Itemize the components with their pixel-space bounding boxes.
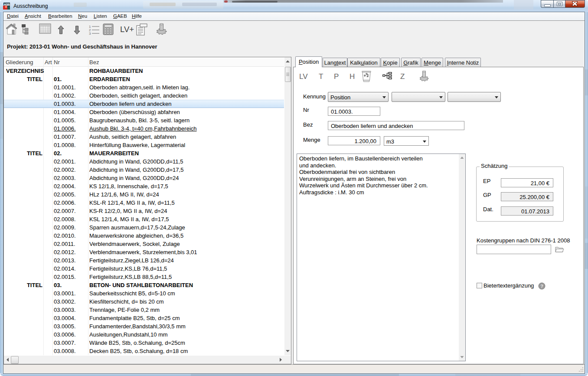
svg-text:LV+: LV+	[120, 25, 134, 34]
svg-text:3: 3	[89, 32, 91, 36]
svg-text:?: ?	[540, 284, 543, 289]
